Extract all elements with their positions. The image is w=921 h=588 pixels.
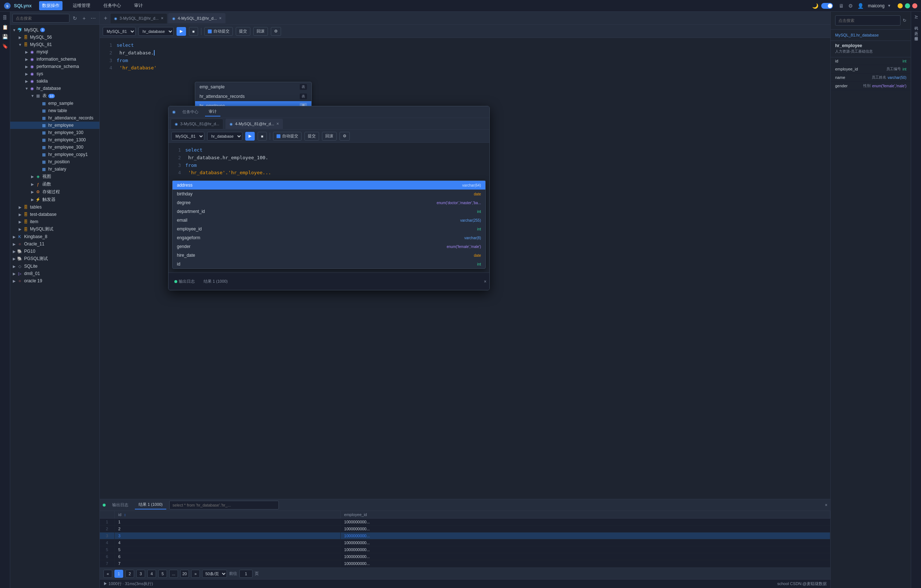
modal-settings-button[interactable]: ⚙ [340,132,350,141]
modal-output-bar: 输出日志 结果 1 (1000) × [169,273,489,290]
modal-tab-audit[interactable]: 审计 [205,107,220,117]
modal-window: ◉ 任务中心 审计 ◉ 3-MySQL_81@hr_d... ◉ 4-MySQL… [168,106,490,290]
modal-overlay: ◉ 任务中心 审计 ◉ 3-MySQL_81@hr_d... ◉ 4-MySQL… [0,0,921,588]
modal-tab-2-icon: ◉ [229,122,233,126]
modal-tab-tasks[interactable]: 任务中心 [179,108,202,116]
modal-output-close[interactable]: × [484,279,487,284]
modal-query-toolbar: MySQL_81 hr_database ▶ ■ 自动提交 提交 回滚 ⚙ [169,130,489,143]
modal-output-results-tab[interactable]: 结果 1 (1000) [201,278,231,285]
modal-window-icon: ◉ [172,110,176,114]
modal-output-log-tab[interactable]: 输出日志 [171,278,198,285]
modal-autocomplete: address varchar(64) birthday date degree… [172,180,486,269]
modal-connection-select[interactable]: MySQL_81 [171,132,204,141]
mac-item-department-id[interactable]: department_id int [172,207,485,216]
modal-line-3: 3from [172,162,486,169]
modal-line-4: 4 'hr_database'.'hr_employee... [172,169,486,177]
mac-item-gender[interactable]: gender enum('female','male') [172,242,485,251]
mac-item-id[interactable]: id int [172,260,485,268]
modal-auto-commit-checkbox [276,134,281,138]
modal-line-1: 1select [172,146,486,154]
mac-item-degree[interactable]: degree enum('doctor','master','ba... [172,198,485,207]
modal-toolbar-divider [270,133,270,140]
output-dot [174,280,177,283]
modal-stop-button[interactable]: ■ [258,132,267,141]
modal-database-select[interactable]: hr_database [207,132,242,141]
modal-tab-1-icon: ◉ [175,122,178,126]
mac-item-birthday[interactable]: birthday date [172,190,485,198]
modal-tab-2[interactable]: ◉ 4-MySQL_81@hr_d... × [226,119,283,129]
modal-tab-1-label: 3-MySQL_81@hr_d... [180,122,219,126]
modal-commit-button[interactable]: 提交 [304,132,319,141]
modal-tab-2-label: 4-MySQL_81@hr_d... [235,122,274,126]
mac-item-email[interactable]: email varchar(255) [172,216,485,224]
mac-item-employee-id[interactable]: employee_id int [172,224,485,233]
modal-titlebar: ◉ 任务中心 审计 [169,106,489,118]
modal-tab-1[interactable]: ◉ 3-MySQL_81@hr_d... [171,119,223,129]
modal-rollback-button[interactable]: 回滚 [322,132,337,141]
modal-line-2: 2 hr_database.hr_employee_100. [172,154,486,162]
mac-item-engageform[interactable]: engageform varchar(8) [172,233,485,242]
modal-tab-2-close[interactable]: × [276,121,279,127]
modal-run-button[interactable]: ▶ [245,132,255,141]
mac-item-hire-date[interactable]: hire_date date [172,251,485,260]
modal-tabbar: ◉ 3-MySQL_81@hr_d... ◉ 4-MySQL_81@hr_d..… [169,118,489,130]
mac-item-address[interactable]: address varchar(64) [172,181,485,190]
modal-auto-commit-button[interactable]: 自动提交 [273,132,301,141]
modal-editor[interactable]: 1select 2 hr_database.hr_employee_100. 3… [169,143,489,180]
